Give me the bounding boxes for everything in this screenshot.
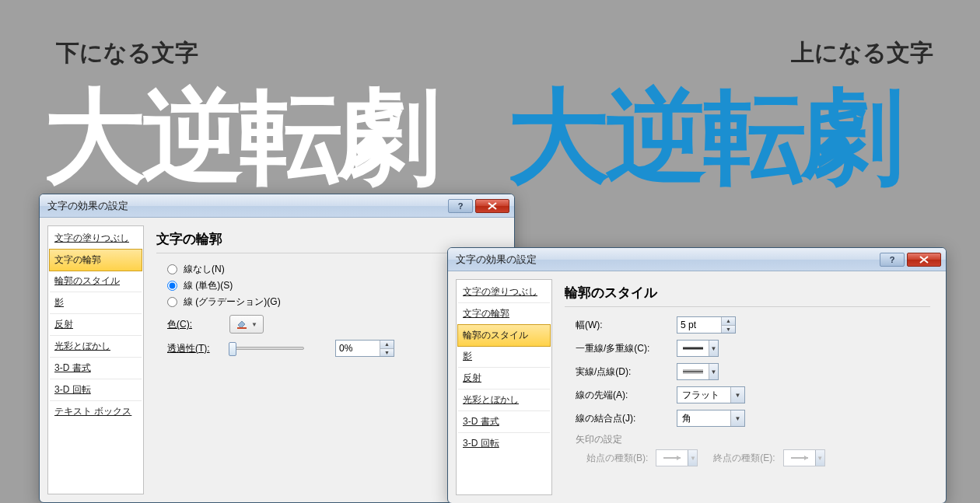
- outline-style-panel: 輪郭のスタイル 幅(W): ▲ ▼ 一重線/多重線(C): ▼: [557, 279, 938, 495]
- spin-up[interactable]: ▲: [722, 317, 735, 326]
- help-button[interactable]: ?: [880, 253, 905, 267]
- paint-bucket-icon: [236, 319, 248, 330]
- help-button[interactable]: ?: [448, 199, 473, 213]
- radio-label: 線 (グラデーション)(G): [184, 295, 281, 309]
- compound-label: 一重線/多重線(C):: [576, 342, 669, 355]
- sidebar-item-outline-style[interactable]: 輪郭のスタイル: [457, 324, 551, 347]
- label-bottom-text: 下になる文字: [56, 37, 198, 69]
- close-icon: [919, 256, 929, 264]
- sidebar-item-glow[interactable]: 光彩とぼかし: [50, 336, 142, 358]
- radio-input-gradient[interactable]: [167, 297, 177, 307]
- compound-line-combo[interactable]: ▼: [677, 340, 719, 357]
- close-button[interactable]: [475, 199, 509, 213]
- sidebar-item-shadow[interactable]: 影: [50, 292, 142, 314]
- sidebar-item-reflection[interactable]: 反射: [50, 314, 142, 336]
- end-type-label: 終点の種類(E):: [713, 452, 775, 465]
- compound-line-icon: [677, 341, 709, 356]
- dialog-title: 文字の効果の設定: [456, 253, 877, 267]
- start-type-combo[interactable]: ▼: [656, 449, 698, 466]
- chevron-down-icon: ▼: [251, 321, 257, 328]
- cap-combo[interactable]: フラット ▼: [677, 386, 745, 403]
- close-icon: [488, 202, 497, 210]
- titlebar[interactable]: 文字の効果の設定 ?: [40, 194, 514, 218]
- arrow-section-label: 矢印の設定: [576, 433, 930, 446]
- sidebar-item-text-fill[interactable]: 文字の塗りつぶし: [458, 281, 550, 303]
- width-spinner[interactable]: ▲ ▼: [677, 316, 736, 334]
- join-value: 角: [677, 410, 730, 426]
- sidebar-item-3d-format[interactable]: 3-D 書式: [458, 411, 550, 433]
- radio-input-solid[interactable]: [167, 281, 177, 291]
- radio-input-no-line[interactable]: [167, 264, 177, 274]
- width-label: 幅(W):: [576, 319, 669, 332]
- slider-thumb[interactable]: [229, 342, 236, 356]
- cap-label: 線の先端(A):: [576, 389, 669, 402]
- sidebar-item-reflection[interactable]: 反射: [458, 368, 550, 389]
- sidebar-item-text-fill[interactable]: 文字の塗りつぶし: [50, 228, 142, 250]
- dialog-title: 文字の効果の設定: [47, 199, 446, 213]
- sidebar-item-text-outline[interactable]: 文字の輪郭: [49, 249, 142, 271]
- dash-combo[interactable]: ▼: [677, 363, 719, 380]
- sidebar-item-textbox[interactable]: テキスト ボックス: [50, 401, 142, 422]
- dash-line-icon: [677, 364, 709, 379]
- titlebar[interactable]: 文字の効果の設定 ?: [448, 248, 946, 271]
- color-picker-button[interactable]: ▼: [229, 315, 264, 334]
- cap-value: フラット: [677, 387, 730, 403]
- sidebar-item-glow[interactable]: 光彩とぼかし: [458, 389, 550, 411]
- end-type-combo[interactable]: ▼: [783, 449, 825, 466]
- radio-label: 線 (単色)(S): [184, 279, 233, 292]
- sidebar-item-outline-style[interactable]: 輪郭のスタイル: [50, 271, 142, 292]
- svg-rect-0: [237, 327, 247, 329]
- transparency-label: 透過性(T):: [167, 342, 222, 355]
- chevron-down-icon[interactable]: ▼: [709, 364, 718, 379]
- chevron-down-icon[interactable]: ▼: [730, 387, 744, 403]
- chevron-down-icon[interactable]: ▼: [730, 410, 744, 426]
- transparency-input[interactable]: [336, 341, 380, 356]
- sidebar-item-3d-rotation[interactable]: 3-D 回転: [50, 379, 142, 401]
- radio-label: 線なし(N): [184, 263, 225, 276]
- chevron-down-icon[interactable]: ▼: [709, 341, 718, 356]
- sidebar-item-text-outline[interactable]: 文字の輪郭: [458, 303, 550, 325]
- sidebar-item-3d-rotation[interactable]: 3-D 回転: [458, 433, 550, 454]
- arrow-start-icon: [656, 450, 688, 466]
- join-combo[interactable]: 角 ▼: [677, 410, 745, 427]
- close-button[interactable]: [907, 253, 941, 267]
- transparency-spinner[interactable]: ▲ ▼: [335, 340, 394, 357]
- spin-down[interactable]: ▼: [722, 326, 735, 334]
- spin-down[interactable]: ▼: [380, 349, 394, 357]
- category-sidebar: 文字の塗りつぶし 文字の輪郭 輪郭のスタイル 影 反射 光彩とぼかし 3-D 書…: [47, 225, 144, 494]
- color-label: 色(C):: [167, 318, 222, 331]
- category-sidebar: 文字の塗りつぶし 文字の輪郭 輪郭のスタイル 影 反射 光彩とぼかし 3-D 書…: [456, 279, 552, 495]
- text-effects-dialog-2: 文字の効果の設定 ? 文字の塗りつぶし 文字の輪郭 輪郭のスタイル 影 反射 光…: [447, 247, 947, 503]
- width-input[interactable]: [677, 317, 721, 333]
- start-type-label: 始点の種類(B):: [586, 452, 648, 465]
- chevron-down-icon[interactable]: ▼: [688, 450, 697, 466]
- spin-up[interactable]: ▲: [380, 341, 394, 349]
- sample-text-blue: 大逆転劇: [507, 68, 899, 207]
- transparency-slider[interactable]: [229, 347, 304, 350]
- sidebar-item-3d-format[interactable]: 3-D 書式: [50, 358, 142, 379]
- sample-text-white: 大逆転劇: [44, 68, 436, 207]
- panel-title: 輪郭のスタイル: [565, 284, 930, 307]
- dash-label: 実線/点線(D):: [576, 365, 669, 379]
- arrow-end-icon: [784, 450, 815, 466]
- join-label: 線の結合点(J):: [576, 412, 669, 425]
- sidebar-item-shadow[interactable]: 影: [458, 346, 550, 368]
- chevron-down-icon[interactable]: ▼: [815, 450, 824, 466]
- label-top-text: 上になる文字: [791, 37, 933, 69]
- text-effects-dialog-1: 文字の効果の設定 ? 文字の塗りつぶし 文字の輪郭 輪郭のスタイル 影 反射 光…: [39, 194, 515, 503]
